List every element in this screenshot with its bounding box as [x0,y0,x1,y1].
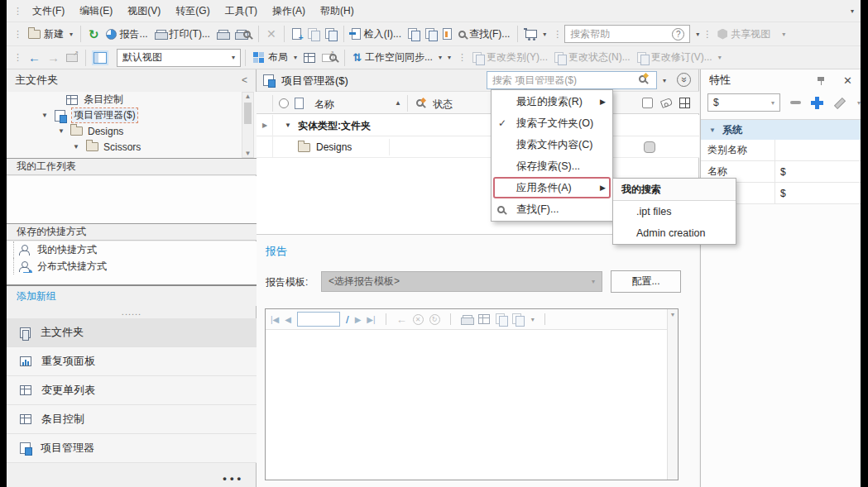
group-expander-icon[interactable]: ▼ [285,122,291,129]
nav-duplicates-panel[interactable]: 重复项面板 [7,347,257,376]
delete-button[interactable]: ✕ [263,26,280,41]
export-dropdown-icon[interactable]: ▾ [531,316,535,323]
refresh-icon[interactable]: ↻ [429,314,440,325]
details-button[interactable] [300,51,319,64]
stop-icon[interactable]: ✕ [413,314,424,325]
status-filter-icon[interactable] [416,99,424,107]
refresh-button[interactable]: ↻ [85,26,103,42]
scroll-down-icon[interactable]: ▼ [668,309,678,318]
next-page-icon[interactable]: ▶ [355,315,362,324]
toolbar-grip[interactable]: ⋮ [10,52,25,63]
menu-goto[interactable]: 转至(G) [168,1,217,21]
menu-file[interactable]: 文件(F) [25,1,72,21]
search-input[interactable] [487,71,657,89]
filetype-column-icon[interactable] [295,98,304,109]
change-category-button[interactable]: 更改类别(Y)... [469,49,551,66]
column-status[interactable]: 状态 [433,98,453,112]
property-row-category[interactable]: 类别名称 [701,140,861,161]
add-new-group-link[interactable]: 添加新组 [17,289,56,303]
nav-item-control[interactable]: 条目控制 [7,405,257,434]
edit-property-icon[interactable] [833,97,845,108]
add-property-icon[interactable] [811,97,823,109]
submenu-item-ipt-files[interactable]: .ipt files [613,201,736,222]
tag-icon[interactable] [660,98,673,108]
search-star-icon[interactable] [639,75,646,83]
expand-all-icon[interactable]: « [677,73,691,87]
nav-change-order-list[interactable]: 变更单列表 [7,376,257,405]
section-collapse-icon[interactable]: ▼ [709,127,716,134]
group-row[interactable]: ▶ ▼ 实体类型:文件夹 [257,115,699,136]
report-template-selector[interactable]: <选择报告模板> ▾ [321,271,602,292]
sidebar-overflow-button[interactable]: ••• [223,472,244,485]
quick-print-button[interactable] [213,28,232,41]
expander-icon[interactable]: ▼ [41,112,48,119]
get-latest-button[interactable] [439,26,455,41]
prev-page-icon[interactable]: ◀ [285,315,291,324]
header-checkbox[interactable] [642,98,653,108]
splitter-row[interactable]: ...... [7,306,257,318]
tree-item-designs[interactable]: ▼ Designs [7,123,257,139]
toolbar-grip[interactable]: ⋮ [10,6,25,17]
change-state-button[interactable]: 更改状态(N)... [551,49,634,66]
menu-item-find[interactable]: 查找(F)... [492,198,612,220]
menu-edit[interactable]: 编辑(E) [72,1,120,21]
sort-ascending-icon[interactable]: ▲ [395,99,401,107]
edit-dropdown-icon[interactable]: ▾ [857,99,861,107]
menu-item-recent-searches[interactable]: 最近的搜索(R) ▶ [492,91,612,112]
table-row-designs[interactable]: Designs [257,136,699,158]
toolbar-grip[interactable]: ⋮ [454,52,469,63]
help-icon[interactable]: ? [672,28,684,41]
shared-views-button[interactable]: 共享视图 ▾ [714,26,789,43]
shortcut-my[interactable]: 我的快捷方式 [13,241,257,258]
nav-project-explorer[interactable]: 项目管理器 [7,434,257,463]
tree-item-scissors[interactable]: ▼ Scissors [7,139,257,155]
state-column-icon[interactable] [279,98,289,108]
menu-view[interactable]: 视图(V) [120,1,168,21]
system-section-header[interactable]: ▼ 系统 [701,120,861,140]
up-folder-button[interactable] [63,52,81,64]
new-button[interactable]: 新建▾ [25,26,76,43]
job-queue-button[interactable]: ▾ [522,28,549,40]
workspace-sync-button[interactable]: ⇅ 工作空间同步... ▾▾ [349,49,454,66]
scrollbar-thumb[interactable] [244,103,252,124]
menu-item-search-file-content[interactable]: 搜索文件内容(C) [492,134,612,155]
undo-checkout-button[interactable] [422,26,439,41]
scroll-down-icon[interactable]: ▼ [242,150,253,157]
nav-main-folder[interactable]: 主文件夹 [7,318,257,347]
back-icon[interactable]: ← [396,313,407,326]
panel-layout-toggle[interactable] [90,50,110,65]
checkin-button[interactable]: 检入(I)... [348,26,405,43]
export-icon[interactable] [512,313,523,325]
menu-actions[interactable]: 操作(A) [265,1,313,21]
menu-help[interactable]: 帮助(H) [313,1,362,21]
report-section-label[interactable]: 报告 [266,244,287,259]
shortcut-distributed[interactable]: 分布式快捷方式 [13,258,257,275]
print-button[interactable]: 打印(T)... [151,26,213,43]
grid-view-icon[interactable] [679,98,690,108]
toolbar-grip[interactable]: ⋮ [10,29,25,40]
checkout-button[interactable] [405,26,422,41]
toolbar-grip[interactable]: ⋮ [549,29,564,40]
view-selector[interactable]: 默认视图▾ [117,49,241,67]
forward-button[interactable]: → [44,49,63,66]
property-scope-selector[interactable]: $ ▾ [707,93,780,112]
menu-item-search-subfolders[interactable]: ✓ 搜索子文件夹(O) [492,112,612,134]
tree-item-project-explorer[interactable]: ▼ 项目管理器($) [7,107,257,123]
menubar-overflow-icon[interactable]: ▾ [851,7,854,15]
menu-tools[interactable]: 工具(T) [218,1,265,21]
back-button[interactable]: ← [25,49,44,66]
menu-item-save-search[interactable]: 保存搜索(S)... [492,155,612,177]
configure-button[interactable]: 配置... [611,270,681,293]
search-folder-button[interactable] [319,52,340,64]
menu-item-apply-criteria[interactable]: 应用条件(A) ▶ [492,177,612,198]
worklist-header[interactable]: 我的工作列表 [7,158,257,175]
paste-button[interactable] [322,26,339,41]
collapse-panel-icon[interactable]: < [242,74,247,86]
layout-button[interactable]: 布局▾ [250,49,300,66]
column-name[interactable]: 名称 [314,98,334,112]
scroll-up-icon[interactable]: ▲ [242,93,253,100]
first-page-icon[interactable]: |◀ [271,315,279,324]
print-layout-icon[interactable] [478,314,490,324]
remove-property-icon[interactable] [790,101,801,104]
page-number-input[interactable] [297,312,340,327]
